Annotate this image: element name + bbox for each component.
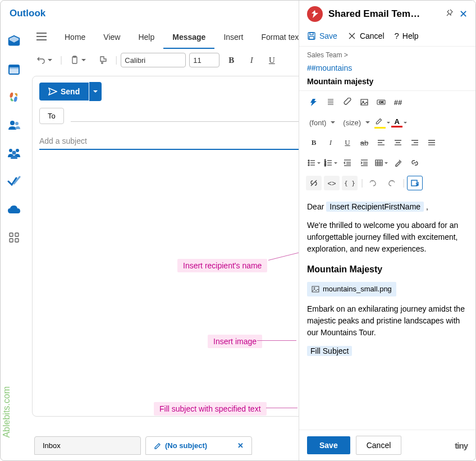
align-right-icon[interactable] <box>407 135 423 150</box>
calendar-icon[interactable] <box>7 62 21 76</box>
image-icon[interactable] <box>356 95 372 109</box>
italic-button[interactable]: I <box>243 52 260 68</box>
panel-title: Shared Email Tem… <box>328 8 439 20</box>
app-title: Outlook <box>10 8 45 19</box>
panel-logo-icon <box>307 6 323 22</box>
panel-save-action[interactable]: Save <box>307 31 337 40</box>
svg-rect-21 <box>72 57 77 63</box>
svg-point-10 <box>15 122 19 125</box>
hashtag[interactable]: ##mountains <box>299 61 475 77</box>
send-split-button[interactable] <box>89 82 102 101</box>
tab-no-subject[interactable]: (No subject) ✕ <box>145 436 252 455</box>
format-painter-button[interactable] <box>94 53 112 67</box>
clear-format-icon[interactable] <box>390 156 406 170</box>
macro-image[interactable]: mountains_small.png <box>307 282 396 296</box>
people-icon[interactable] <box>7 118 21 132</box>
tab-inbox[interactable]: Inbox <box>34 436 141 455</box>
underline-icon[interactable]: U <box>340 135 355 150</box>
hash-icon[interactable]: ## <box>390 95 406 109</box>
undo-button[interactable] <box>32 53 57 67</box>
number-list-icon[interactable]: 123 <box>323 156 338 170</box>
indent-icon[interactable] <box>356 156 372 170</box>
callout-image: Insert image <box>208 335 262 348</box>
attachment-icon[interactable] <box>340 95 355 109</box>
align-center-icon[interactable] <box>390 135 406 150</box>
underline-button[interactable]: U <box>263 52 280 68</box>
insert-icon[interactable] <box>407 176 423 190</box>
breadcrumb[interactable]: Sales Team > <box>299 47 475 61</box>
bold-button[interactable]: B <box>223 52 240 68</box>
unlink-icon[interactable] <box>306 176 322 190</box>
dataset-icon[interactable] <box>323 95 338 109</box>
outdent-icon[interactable] <box>340 156 355 170</box>
apps-icon[interactable] <box>7 90 21 104</box>
callout-recipient: Insert recipient's name <box>177 259 267 272</box>
strike-icon[interactable]: ab <box>356 135 372 150</box>
svg-rect-25 <box>309 36 314 39</box>
brackets-icon[interactable]: { } <box>342 176 358 190</box>
font-color-icon[interactable]: A <box>391 115 407 130</box>
onedrive-icon[interactable] <box>7 203 21 216</box>
highlight-icon[interactable] <box>374 115 390 130</box>
tiny-logo: tiny <box>455 441 468 450</box>
panel-cancel-action[interactable]: Cancel <box>347 31 385 40</box>
size-select[interactable] <box>189 53 219 67</box>
svg-rect-68 <box>376 160 382 166</box>
macro-icon[interactable] <box>306 95 322 109</box>
svg-rect-15 <box>15 233 19 236</box>
footer-cancel-button[interactable]: Cancel <box>356 436 402 455</box>
bold-icon[interactable]: B <box>306 135 322 150</box>
paste-button[interactable] <box>66 53 90 67</box>
to-button[interactable]: To <box>39 108 64 124</box>
undo-icon[interactable] <box>365 176 381 190</box>
table-icon[interactable] <box>373 156 389 170</box>
template-heading: Mountain Majesty <box>307 263 468 276</box>
pin-icon[interactable] <box>445 8 454 20</box>
tab-help[interactable]: Help <box>129 26 163 49</box>
tab-message[interactable]: Message <box>163 26 214 49</box>
svg-rect-24 <box>310 33 313 35</box>
link-icon[interactable] <box>407 156 423 170</box>
svg-point-48 <box>308 160 309 161</box>
panel-close-icon[interactable]: ✕ <box>459 8 468 20</box>
size-dropdown[interactable]: (size) <box>340 118 373 127</box>
macro-fill-subject[interactable]: Fill Subject <box>307 346 352 356</box>
watermark: Ablebits.com <box>2 386 12 438</box>
source-icon[interactable]: <> <box>324 176 340 190</box>
align-left-icon[interactable] <box>373 135 389 150</box>
more-apps-icon[interactable] <box>7 231 21 244</box>
close-tab-icon[interactable]: ✕ <box>237 441 244 450</box>
svg-point-13 <box>12 151 16 155</box>
svg-text:OK: OK <box>379 101 384 104</box>
mail-icon[interactable] <box>7 34 21 48</box>
tab-home[interactable]: Home <box>56 26 94 49</box>
ok-button-icon[interactable]: OK <box>373 95 389 109</box>
callout-subject: Fill subject with specified text <box>154 402 267 416</box>
bullet-list-icon[interactable] <box>306 156 322 170</box>
tab-view[interactable]: View <box>94 26 129 49</box>
svg-point-77 <box>314 287 315 289</box>
svg-rect-16 <box>10 239 13 242</box>
redo-icon[interactable] <box>383 176 399 190</box>
panel-help-action[interactable]: ?Help <box>395 31 419 40</box>
font-dropdown[interactable]: (font) <box>306 118 338 127</box>
macro-recipient[interactable]: Insert RecipientFirstName <box>326 202 424 212</box>
tab-insert[interactable]: Insert <box>214 26 252 49</box>
todo-icon[interactable] <box>7 175 21 188</box>
italic-icon[interactable]: I <box>323 135 338 150</box>
svg-point-12 <box>16 149 19 152</box>
svg-rect-14 <box>10 233 13 236</box>
svg-text:3: 3 <box>324 163 326 167</box>
groups-icon[interactable] <box>7 147 21 160</box>
svg-point-11 <box>9 149 12 152</box>
svg-point-52 <box>308 165 309 166</box>
footer-save-button[interactable]: Save <box>307 436 350 454</box>
align-justify-icon[interactable] <box>424 135 440 150</box>
template-name: Mountain majesty <box>299 77 475 90</box>
svg-rect-8 <box>10 67 19 69</box>
send-button[interactable]: Send <box>39 83 89 101</box>
svg-point-9 <box>10 121 15 125</box>
font-select[interactable] <box>121 53 186 67</box>
hamburger-icon[interactable] <box>28 33 56 43</box>
editor-body[interactable]: Dear Insert RecipientFirstName , We're t… <box>299 194 475 430</box>
